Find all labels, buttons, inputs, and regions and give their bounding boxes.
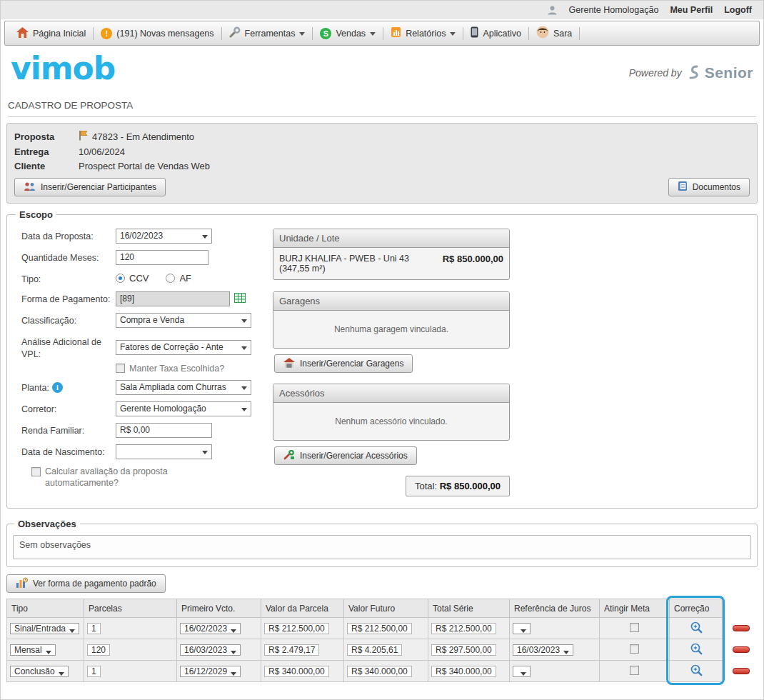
chevron-down-icon (370, 32, 376, 39)
parcelas-input[interactable]: 1 (87, 666, 101, 677)
entrega-label: Entrega (14, 146, 79, 157)
payment-grid-icon[interactable] (234, 293, 246, 305)
col-primeiro-vcto: Primeiro Vcto. (177, 599, 261, 618)
delete-row-icon[interactable] (733, 625, 750, 631)
menu-item-novas-mensagens[interactable]: ! (191) Novas mensagens (94, 21, 221, 45)
tipo-label: Tipo: (21, 271, 116, 285)
tipo-select[interactable]: Conclusão (10, 666, 69, 677)
col-valor-futuro: Valor Futuro (344, 599, 428, 618)
manage-participants-button[interactable]: Inserir/Gerenciar Participantes (14, 178, 166, 196)
primeiro-vcto-select[interactable]: 16/12/2029 (180, 666, 241, 677)
renda-familiar-input[interactable]: R$ 0,00 (116, 423, 212, 438)
documents-button[interactable]: Documentos (668, 178, 750, 196)
ver-forma-pagamento-button[interactable]: Ver forma de pagamento padrão (6, 574, 166, 593)
data-nascimento-select[interactable] (116, 444, 212, 459)
escopo-section: Escopo Data da Proposta: 16/02/2023 Quan… (6, 209, 758, 509)
entrega-value: 10/06/2024 (79, 146, 125, 157)
atingir-meta-checkbox[interactable] (630, 623, 639, 632)
parcelas-input[interactable]: 120 (87, 644, 110, 656)
correcao-zoom-icon[interactable] (690, 621, 703, 634)
valor-parcela-input[interactable]: R$ 2.479,17 (264, 644, 319, 656)
corretor-select[interactable]: Gerente Homologação (116, 401, 251, 416)
analise-vpl-label: Análise Adicional de VPL: (21, 334, 116, 360)
participants-icon (24, 181, 36, 194)
radio-af-label: AF (179, 273, 191, 284)
table-row: Sinal/Entrada 1 16/02/2023 R$ 212.500,00… (7, 618, 760, 639)
payment-table-wrap: Tipo Parcelas Primeiro Vcto. Valor da Pa… (6, 599, 758, 682)
valor-parcela-input[interactable]: R$ 340.000,00 (264, 666, 329, 677)
senior-logo-text: Senior (705, 64, 753, 81)
chart-icon (16, 577, 28, 591)
accessories-icon (283, 450, 295, 462)
calcular-avaliacao-label: Calcular avaliação da proposta automatic… (45, 466, 209, 489)
table-row: Conclusão 1 16/12/2029 R$ 340.000,00 R$ … (7, 661, 760, 682)
delete-row-icon[interactable] (733, 646, 750, 653)
menu-item-sara[interactable]: Sara (529, 21, 579, 45)
valor-parcela-input[interactable]: R$ 212.500,00 (264, 623, 329, 634)
menu-item-vendas[interactable]: S Vendas (313, 21, 383, 45)
correcao-zoom-icon[interactable] (690, 664, 703, 676)
manter-taxa-checkbox[interactable] (116, 364, 125, 373)
manage-garagens-button[interactable]: Inserir/Gerenciar Garagens (274, 354, 413, 373)
tipo-select[interactable]: Sinal/Entrada (10, 623, 79, 634)
parcelas-input[interactable]: 1 (87, 623, 101, 634)
menu-item-ferramentas[interactable]: Ferramentas (222, 21, 313, 45)
valor-futuro-input[interactable]: R$ 212.500,00 (347, 623, 412, 634)
profile-link[interactable]: Meu Perfil (670, 5, 713, 15)
cliente-label: Cliente (14, 161, 79, 171)
total-serie-input[interactable]: R$ 212.500,00 (431, 623, 496, 634)
report-icon (391, 26, 401, 40)
referencia-juros-select[interactable]: 16/03/2023 (513, 644, 573, 656)
tipo-select[interactable]: Mensal (10, 644, 56, 656)
acessorios-panel: Acessórios Nenhum acessório vinculado. (273, 384, 510, 441)
senior-logo-icon (688, 65, 699, 81)
page-title: CADASTRO DE PROPOSTA (8, 100, 756, 117)
observacoes-text: Sem observações (13, 535, 751, 559)
referencia-juros-select[interactable] (513, 666, 531, 677)
col-atingir-meta: Atingir Meta (600, 599, 670, 618)
data-proposta-select[interactable]: 16/02/2023 (116, 229, 212, 244)
valor-futuro-input[interactable]: R$ 340.000,00 (347, 666, 412, 677)
total-value: R$ 850.000,00 (440, 481, 501, 491)
atingir-meta-checkbox[interactable] (630, 666, 639, 675)
menu-item-pagina-inicial[interactable]: Página Inicial (9, 21, 93, 45)
total-serie-input[interactable]: R$ 297.500,00 (431, 644, 496, 656)
planta-select[interactable]: Sala Ampliada com Churras (116, 380, 251, 395)
radio-ccv[interactable] (116, 274, 125, 283)
radio-af[interactable] (166, 274, 175, 283)
atingir-meta-checkbox[interactable] (630, 644, 639, 654)
calcular-avaliacao-checkbox[interactable] (31, 467, 41, 476)
total-serie-input[interactable]: R$ 340.000,00 (431, 666, 496, 677)
table-header-row: Tipo Parcelas Primeiro Vcto. Valor da Pa… (7, 599, 760, 618)
acessorios-header: Acessórios (273, 384, 509, 403)
valor-futuro-input[interactable]: R$ 4.205,61 (347, 644, 402, 656)
delete-row-icon[interactable] (733, 668, 750, 674)
phone-icon (471, 26, 478, 40)
observacoes-section: Observações Sem observações (6, 519, 758, 567)
info-icon[interactable]: i (52, 382, 63, 393)
proposta-label: Proposta (14, 131, 79, 142)
unidade-header: Unidade / Lote (273, 229, 509, 248)
escopo-form: Data da Proposta: 16/02/2023 Quantidade … (14, 229, 268, 496)
garagens-empty-text: Nenhuma garagem vinculada. (273, 311, 509, 348)
logoff-link[interactable]: Logoff (724, 5, 752, 15)
classificacao-label: Classificação: (21, 313, 116, 328)
correcao-zoom-icon[interactable] (690, 642, 703, 655)
forma-pagamento-input[interactable]: [89] (116, 291, 230, 306)
corretor-label: Corretor: (21, 401, 116, 416)
menu-item-aplicativo[interactable]: Aplicativo (463, 21, 528, 45)
renda-familiar-label: Renda Familiar: (21, 423, 116, 438)
primeiro-vcto-select[interactable]: 16/02/2023 (180, 623, 241, 634)
proposta-value: 47823 - Em Atendimento (92, 131, 194, 142)
cliente-value: Prospect Portal de Vendas Web (79, 161, 210, 171)
acessorios-empty-text: Nenhum acessório vinculado. (273, 403, 509, 440)
primeiro-vcto-select[interactable]: 16/03/2023 (180, 644, 241, 656)
classificacao-select[interactable]: Compra e Venda (116, 313, 251, 328)
manage-acessorios-button[interactable]: Inserir/Gerenciar Acessórios (274, 446, 417, 465)
main-menu: Página Inicial ! (191) Novas mensagens F… (4, 21, 760, 46)
analise-vpl-select[interactable]: Fatores de Correção - Ante (116, 340, 251, 355)
unidade-nome: BURJ KHALIFA - PWEB - Uni 43 (347,55 m²) (279, 254, 433, 274)
menu-item-relatorios[interactable]: Relatórios (383, 21, 463, 45)
referencia-juros-select[interactable] (513, 623, 531, 634)
quantidade-meses-input[interactable]: 120 (116, 250, 208, 265)
